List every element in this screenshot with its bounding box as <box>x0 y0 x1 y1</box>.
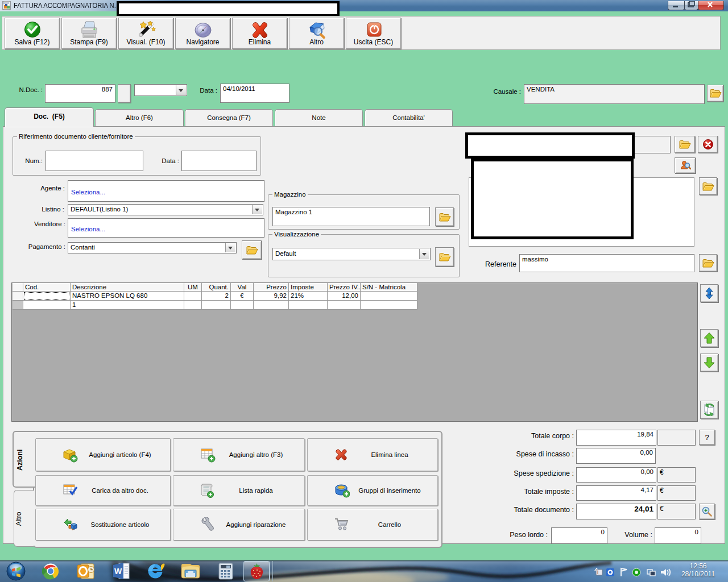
svg-text:W: W <box>114 567 122 576</box>
svg-text:i: i <box>597 569 598 575</box>
